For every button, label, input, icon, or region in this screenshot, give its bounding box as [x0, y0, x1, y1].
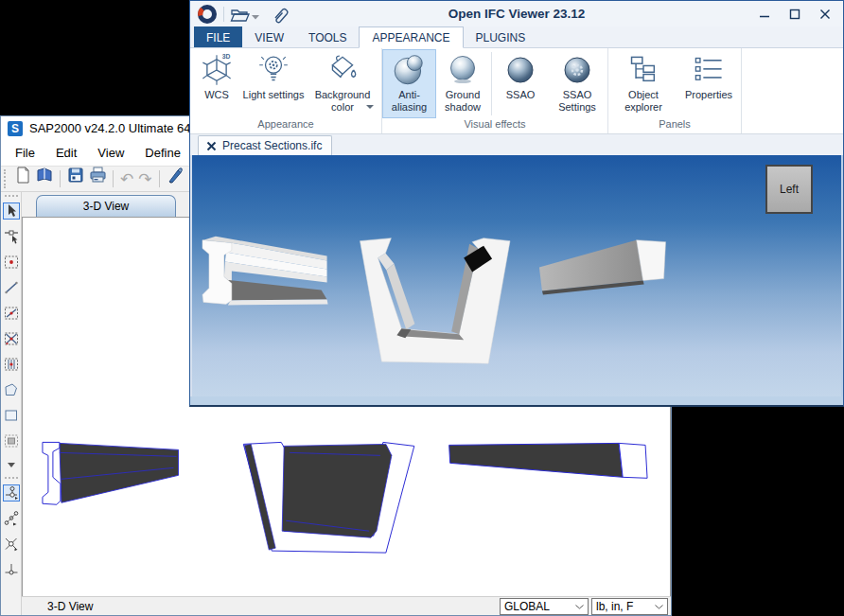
toolbar-separator — [60, 170, 61, 187]
ifc-app-logo — [196, 3, 219, 26]
light-settings-button[interactable]: Light settings — [242, 50, 305, 117]
ssao-sphere-icon — [503, 51, 537, 89]
units-dropdown[interactable]: lb, in, F — [591, 598, 668, 615]
anti-aliasing-button[interactable]: Anti-aliasing — [383, 50, 435, 117]
paint-bucket-icon — [325, 51, 360, 89]
quick-access-separator — [223, 7, 224, 22]
snap-toolbar-grip[interactable] — [5, 477, 18, 481]
sap2000-statusbar: 3-D View GLOBAL lb, in, F — [22, 596, 671, 615]
ifc-document-tabs: Precast Sections.ifc — [190, 134, 843, 155]
tab-plugins[interactable]: PLUGINS — [464, 26, 538, 47]
quick-draw-secondary-beams-icon[interactable] — [3, 356, 20, 373]
minimize-button[interactable] — [758, 9, 771, 20]
toolbar-grip[interactable] — [4, 169, 8, 188]
ribbon-group-appearance: 3D WCS Light se — [190, 48, 382, 133]
print-icon[interactable] — [89, 167, 106, 184]
menu-file[interactable]: File — [5, 142, 45, 164]
ground-shadow-sphere-icon — [446, 51, 480, 89]
status-view-name: 3-D View — [47, 600, 93, 613]
attach-icon[interactable] — [270, 5, 290, 24]
draw-toolbar-grip[interactable] — [5, 195, 18, 199]
sap2000-app-icon: S — [8, 121, 23, 136]
tab-view[interactable]: VIEW — [242, 26, 296, 47]
select-tool-icon[interactable] — [3, 202, 20, 220]
group-sub-separator — [491, 52, 492, 115]
more-draw-tools-caret[interactable] — [8, 454, 15, 471]
snap-perpendicular-icon[interactable] — [3, 561, 20, 578]
sap2000-draw-toolbar — [1, 192, 22, 615]
chevron-down-icon — [655, 605, 663, 609]
reshape-tool-icon[interactable] — [3, 228, 20, 245]
tab-tools[interactable]: TOOLS — [296, 26, 359, 47]
background-color-button[interactable]: Background color — [305, 50, 380, 117]
viewport-canvas — [192, 155, 841, 396]
open-folder-icon[interactable] — [229, 5, 250, 24]
redo-icon[interactable]: ↷ — [138, 171, 151, 187]
ssao-button[interactable]: SSAO — [493, 50, 548, 117]
quick-draw-braces-icon[interactable] — [3, 330, 20, 347]
nav-cube-left-face[interactable]: Left — [765, 165, 813, 214]
ifc-viewer-window: Open IFC Viewer 23.12 FILE VIEW TOOLS AP… — [189, 0, 844, 407]
ifc-window-bottom-edge — [190, 396, 843, 405]
chevron-down-icon — [575, 605, 584, 609]
menu-view[interactable]: View — [87, 142, 134, 164]
ssao-settings-gear-icon — [560, 51, 594, 89]
model-i-girder — [202, 237, 328, 306]
ifc-ribbon-tabs: FILE VIEW TOOLS APPEARANCE PLUGINS — [190, 26, 843, 48]
close-button[interactable] — [818, 9, 832, 20]
draw-joint-icon[interactable] — [3, 254, 20, 271]
open-folder-dropdown-caret[interactable] — [251, 14, 260, 20]
undo-icon[interactable]: ↶ — [120, 171, 133, 187]
group-label-panels: Panels — [609, 117, 740, 133]
menu-edit[interactable]: Edit — [45, 142, 87, 164]
object-tree-icon — [627, 51, 659, 89]
view-tab-3d[interactable]: 3-D View — [36, 195, 176, 217]
object-explorer-button[interactable]: Object explorer — [609, 50, 677, 117]
group-label-visual-effects: Visual effects — [383, 117, 607, 133]
pen-icon[interactable] — [167, 167, 184, 184]
wireframe-i-girder — [43, 442, 179, 504]
group-label-appearance: Appearance — [191, 117, 380, 133]
maximize-button[interactable] — [788, 9, 801, 20]
ribbon-group-panels: Object explorer Properties — [608, 48, 742, 133]
properties-button[interactable]: Properties — [677, 50, 740, 117]
toolbar-separator — [113, 170, 114, 187]
quick-draw-area-icon[interactable] — [3, 432, 20, 449]
ground-shadow-button[interactable]: Ground shadow — [435, 50, 490, 117]
document-tab-precast-sections[interactable]: Precast Sections.ifc — [198, 135, 332, 155]
quick-draw-frame-icon[interactable] — [3, 305, 20, 322]
snap-to-midpoints-icon[interactable] — [3, 510, 20, 527]
coord-system-dropdown[interactable]: GLOBAL — [500, 598, 589, 615]
menu-define[interactable]: Define — [134, 142, 191, 164]
sap2000-window-title: SAP2000 v24.2.0 Ultimate 64-bit — [29, 121, 208, 135]
open-file-icon[interactable] — [36, 167, 53, 184]
wcs-button[interactable]: 3D WCS — [191, 50, 242, 117]
snap-to-intersections-icon[interactable] — [3, 536, 20, 553]
ssao-settings-button[interactable]: SSAO Settings — [548, 50, 607, 117]
properties-list-icon — [693, 51, 725, 89]
draw-frame-icon[interactable] — [3, 279, 20, 296]
snap-to-joints-icon[interactable] — [3, 484, 20, 502]
tab-appearance[interactable]: APPEARANCE — [359, 26, 463, 48]
save-icon[interactable] — [67, 167, 84, 184]
wireframe-box-beam — [449, 443, 647, 478]
tab-file[interactable]: FILE — [194, 26, 242, 47]
draw-poly-area-icon[interactable] — [3, 381, 20, 398]
anti-aliasing-sphere-icon — [392, 51, 428, 89]
wcs-3d-axes-icon: 3D — [200, 51, 234, 89]
light-bulb-gear-icon — [257, 51, 290, 89]
draw-rect-area-icon[interactable] — [3, 407, 20, 424]
close-document-icon[interactable] — [206, 141, 217, 151]
ifc-titlebar[interactable]: Open IFC Viewer 23.12 — [190, 1, 843, 26]
ifc-3d-viewport[interactable]: Left — [190, 155, 843, 396]
model-box-beam — [539, 240, 666, 295]
model-u-girder — [360, 238, 510, 363]
ribbon-group-visual-effects: Anti-aliasing Ground shadow — [382, 48, 608, 133]
new-model-icon[interactable] — [14, 167, 31, 184]
wireframe-u-girder — [243, 442, 413, 553]
svg-text:3D: 3D — [222, 53, 231, 60]
toolbar-separator — [159, 170, 160, 187]
ifc-ribbon: 3D WCS Light se — [190, 48, 843, 134]
